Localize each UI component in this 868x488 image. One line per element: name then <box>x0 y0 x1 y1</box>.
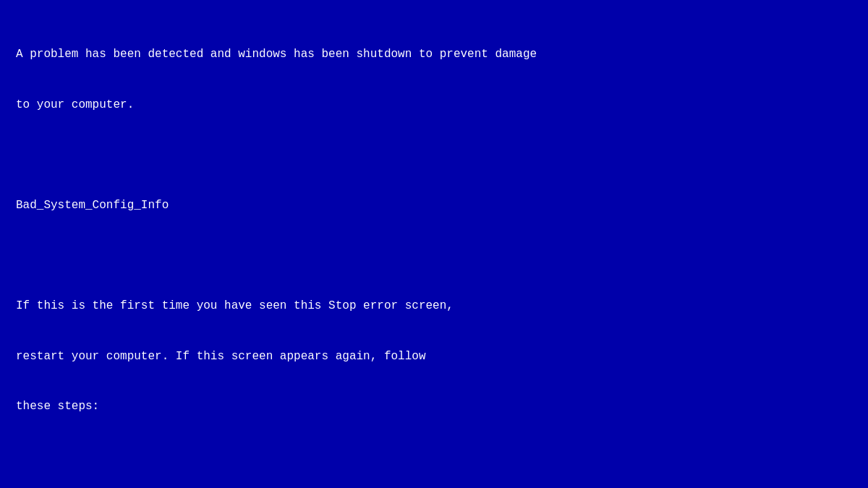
bsod-content: A problem has been detected and windows … <box>16 13 852 488</box>
bsod-blank-2 <box>16 248 852 265</box>
bsod-error-code: Bad_System_Config_Info <box>16 197 852 214</box>
bsod-blank-3 <box>16 449 852 466</box>
bsod-line-2: to your computer. <box>16 97 852 114</box>
bsod-line-8: these steps: <box>16 398 852 415</box>
bsod-line-7: restart your computer. If this screen ap… <box>16 348 852 365</box>
bsod-line-6: If this is the first time you have seen … <box>16 298 852 314</box>
bsod-screen: A problem has been detected and windows … <box>0 0 868 488</box>
bsod-line-1: A problem has been detected and windows … <box>16 46 852 63</box>
bsod-blank-1 <box>16 147 852 164</box>
